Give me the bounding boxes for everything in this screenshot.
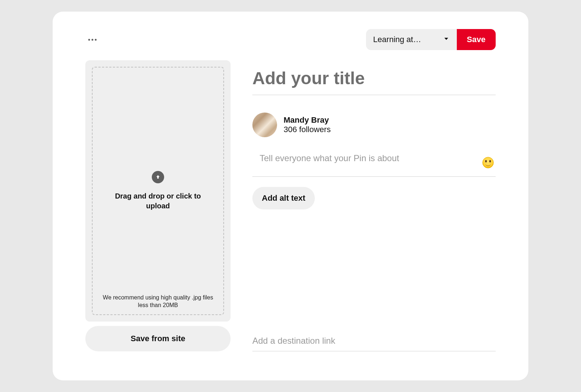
save-from-site-button[interactable]: Save from site bbox=[85, 326, 231, 351]
chevron-down-icon bbox=[443, 36, 450, 44]
top-bar: Learning at… Save bbox=[85, 29, 496, 50]
author-name: Mandy Bray bbox=[284, 115, 331, 125]
top-right-controls: Learning at… Save bbox=[366, 29, 496, 50]
author-text: Mandy Bray 306 followers bbox=[284, 115, 331, 134]
author-row: Mandy Bray 306 followers bbox=[252, 113, 496, 137]
emoji-picker-button[interactable] bbox=[480, 155, 496, 170]
upload-box: Drag and drop or click to upload We reco… bbox=[85, 60, 231, 322]
destination-link-input[interactable] bbox=[252, 332, 496, 351]
avatar bbox=[252, 113, 277, 137]
add-alt-text-button[interactable]: Add alt text bbox=[252, 187, 315, 209]
author-followers: 306 followers bbox=[284, 125, 331, 134]
right-column: Mandy Bray 306 followers bbox=[252, 60, 496, 351]
left-column: Drag and drop or click to upload We reco… bbox=[85, 60, 231, 351]
more-options-button[interactable] bbox=[85, 36, 99, 44]
svg-point-0 bbox=[483, 157, 493, 168]
content-area: Drag and drop or click to upload We reco… bbox=[85, 60, 496, 351]
description-input[interactable] bbox=[252, 151, 496, 177]
pin-builder-card: Learning at… Save Drag and drop or click… bbox=[53, 12, 528, 380]
ellipsis-icon bbox=[88, 39, 90, 41]
board-selected-label: Learning at… bbox=[373, 35, 421, 44]
smiley-icon bbox=[482, 156, 494, 169]
title-input[interactable] bbox=[252, 60, 496, 95]
upload-dropzone[interactable]: Drag and drop or click to upload We reco… bbox=[92, 67, 224, 315]
save-button[interactable]: Save bbox=[457, 29, 496, 50]
upload-icon bbox=[152, 171, 164, 183]
svg-point-1 bbox=[485, 160, 487, 162]
svg-point-2 bbox=[489, 160, 491, 162]
upload-main-text: Drag and drop or click to upload bbox=[111, 191, 205, 211]
board-select-dropdown[interactable]: Learning at… bbox=[366, 29, 457, 50]
description-wrap bbox=[252, 151, 496, 177]
upload-hint-text: We recommend using high quality .jpg fil… bbox=[93, 294, 223, 309]
